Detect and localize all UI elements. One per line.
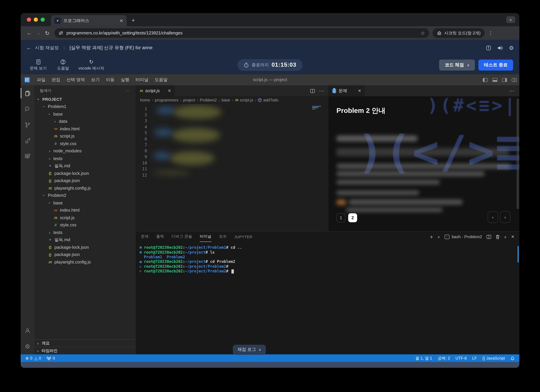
breadcrumbs[interactable]: home›programmers›project›Problem2›base›J… [136, 96, 329, 104]
maximize-panel-icon[interactable]: ∧ [504, 235, 506, 239]
new-terminal-icon[interactable]: + [430, 234, 433, 240]
test-reset-link[interactable]: 시험 재설정 [35, 45, 59, 51]
menu-item-5[interactable]: 실행 [118, 76, 132, 83]
browser-tab[interactable]: 프로그래머스 ✕ [51, 15, 127, 26]
view-problem-button[interactable]: 문제 보기 [27, 59, 50, 71]
minimize-window-button[interactable] [34, 17, 38, 22]
info-icon[interactable] [486, 45, 491, 50]
editor-tab-scriptjs[interactable]: JS script.js ✕ [136, 85, 175, 96]
tree-item[interactable]: <>index.html [35, 206, 136, 214]
page-button-2[interactable]: 2 [348, 213, 357, 222]
manage-gear-icon[interactable]: ⚙ [21, 338, 35, 354]
tree-item[interactable]: JSplaywright.config.js [35, 184, 136, 192]
ports-status[interactable]: 0 [47, 356, 55, 360]
eol-status[interactable]: LF [472, 356, 477, 360]
tab-overview-button[interactable]: ∨ [506, 16, 515, 23]
tree-item[interactable]: JSscript.js [35, 133, 136, 140]
problem-more-actions-icon[interactable]: ··· [509, 88, 515, 94]
grade-log-button[interactable]: 채점 로그 ∧ [233, 345, 266, 355]
toggle-sidebar-icon[interactable] [483, 78, 488, 82]
code-editor[interactable]: 123456789101112 [136, 104, 329, 231]
menu-item-1[interactable]: 편집 [49, 76, 63, 83]
menu-item-7[interactable]: 도움말 [151, 76, 171, 83]
breadcrumb-item[interactable]: Problem2 [200, 98, 217, 102]
tree-item[interactable]: ›base [35, 199, 136, 206]
panel-tab-터미널[interactable]: 터미널 [200, 232, 211, 242]
toggle-panel-icon[interactable] [492, 78, 497, 82]
tree-item[interactable]: {}package.json [35, 251, 136, 258]
panel-tab-JUPYTER[interactable]: JUPYTER [234, 232, 252, 242]
grade-code-button[interactable]: 코드 채점 ∨ [439, 59, 475, 71]
warnings-status[interactable]: △ 0 [35, 356, 41, 361]
split-terminal-icon[interactable] [486, 235, 491, 239]
problem-tab-close-icon[interactable]: ✕ [358, 88, 361, 93]
editor-more-actions-icon[interactable]: ··· [319, 88, 325, 94]
tree-item[interactable]: <>index.html [35, 125, 136, 133]
language-status[interactable]: {} JavaScript [482, 356, 505, 360]
encoding-status[interactable]: UTF-8 [455, 356, 467, 360]
breadcrumb-item[interactable]: project [183, 98, 195, 102]
panel-tab-문제[interactable]: 문제 [141, 232, 149, 242]
next-page-button[interactable]: › [500, 211, 510, 223]
tree-item[interactable]: ›Problem1 [35, 103, 136, 111]
tree-item[interactable]: ▼필독.md [35, 236, 136, 244]
exit-back-arrow-icon[interactable]: ← [26, 45, 32, 51]
account-icon[interactable] [21, 323, 35, 338]
tree-item[interactable]: {}package-lock.json [35, 244, 136, 251]
breadcrumb-item[interactable]: addTodo [258, 98, 278, 102]
run-debug-icon[interactable] [21, 133, 35, 149]
tree-item[interactable]: ›data [35, 118, 136, 125]
menu-item-2[interactable]: 선택 영역 [63, 76, 88, 83]
close-panel-icon[interactable]: ✕ [511, 234, 515, 239]
tree-item[interactable]: ›Problem2 [35, 192, 136, 199]
tree-item[interactable]: ›base [35, 111, 136, 118]
tree-root[interactable]: ›PROJECT [35, 96, 136, 103]
panel-tab-포트[interactable]: 포트 [219, 232, 227, 242]
close-window-button[interactable] [27, 17, 31, 22]
terminal-scrollbar[interactable] [518, 246, 519, 263]
breadcrumb-item[interactable]: programmers [155, 98, 178, 102]
url-text[interactable]: programmers.co.kr/app/with_setting/tests… [66, 31, 417, 35]
source-control-icon[interactable] [21, 117, 35, 133]
menu-item-0[interactable]: 파일 [34, 76, 49, 83]
tree-item[interactable]: JSscript.js [35, 214, 136, 221]
indent-status[interactable]: 공백: 2 [438, 356, 450, 361]
breadcrumb-item[interactable]: JSscript.js [235, 98, 253, 102]
tree-item[interactable]: ›tests [35, 229, 136, 236]
terminal-profile-chevron-icon[interactable]: ∨ [437, 235, 440, 239]
tab-close-icon[interactable]: ✕ [120, 18, 123, 23]
editor-layout-icon[interactable] [512, 78, 517, 82]
breadcrumb-item[interactable]: home [140, 98, 150, 102]
tree-item[interactable]: {}package-lock.json [35, 170, 136, 177]
sidebar-section-1[interactable]: ›타임라인 [35, 347, 136, 354]
tree-item[interactable]: #style.css [35, 221, 136, 229]
back-button[interactable]: ← [25, 30, 34, 36]
terminal-session[interactable]: › bash - Problem2 [445, 234, 482, 239]
panel-tab-디버그 콘솔[interactable]: 디버그 콘솔 [172, 232, 192, 242]
search-icon[interactable] [21, 101, 35, 117]
explorer-icon[interactable] [21, 85, 35, 101]
menu-item-6[interactable]: 터미널 [132, 76, 152, 83]
page-button-1[interactable]: 1 [336, 213, 345, 222]
problem-content[interactable]: )(#<≡>| )(</>≣ Problem 2 안내 [329, 96, 519, 231]
help-button[interactable]: 도움말 [52, 59, 74, 71]
notifications-bell-icon[interactable] [510, 356, 515, 360]
bookmark-star-icon[interactable]: ☆ [421, 30, 425, 36]
toggle-secondary-sidebar-icon[interactable] [502, 78, 507, 82]
tree-item[interactable]: #style.css [35, 140, 136, 147]
speaker-icon[interactable] [497, 45, 503, 50]
vscode-restart-button[interactable]: ↻ vscode 재시작 [76, 59, 106, 71]
breadcrumb-item[interactable]: base [222, 98, 230, 102]
tree-item[interactable]: ▼필독.md [35, 162, 136, 170]
omnibox[interactable]: programmers.co.kr/app/with_setting/tests… [55, 28, 429, 38]
settings-gear-icon[interactable]: ⚙ [509, 44, 514, 51]
tree-item[interactable]: {}package.json [35, 177, 136, 184]
cursor-position-status[interactable]: 줄 1, 열 1 [415, 356, 432, 361]
editor-tab-close-icon[interactable]: ✕ [168, 88, 171, 93]
reload-button[interactable]: ↻ [43, 30, 52, 36]
explorer-more-actions-icon[interactable]: ··· [125, 88, 130, 93]
errors-status[interactable]: ⊗ 0 [25, 356, 32, 361]
problem-tab[interactable]: 문제 ✕ [329, 85, 365, 96]
site-settings-icon[interactable] [59, 31, 63, 35]
forward-button[interactable]: → [34, 30, 43, 36]
